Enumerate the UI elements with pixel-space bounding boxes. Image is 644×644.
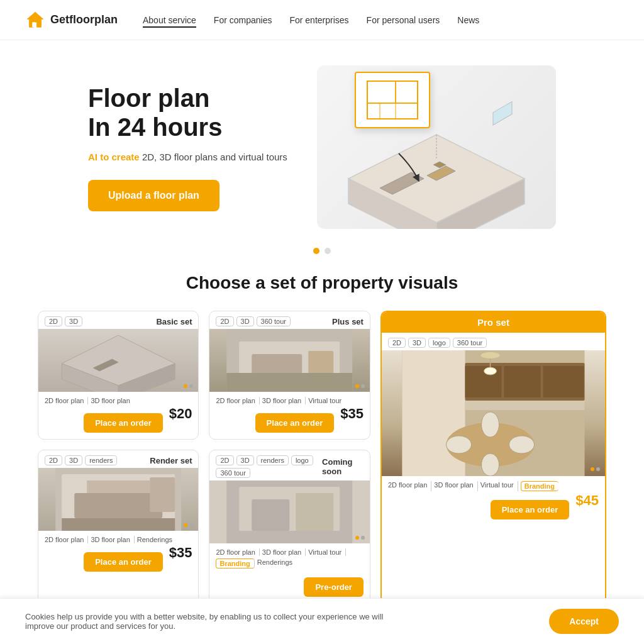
plus-order-button[interactable]: Place an order xyxy=(255,413,335,433)
carousel-dots xyxy=(0,248,644,254)
render-btn-row: Place an order xyxy=(38,552,169,578)
coming-badge-logo: logo xyxy=(291,455,313,465)
svg-rect-43 xyxy=(62,518,175,531)
basic-btn-row: Place an order xyxy=(38,413,169,439)
svg-rect-14 xyxy=(493,102,512,125)
svg-rect-47 xyxy=(252,499,290,531)
nav-enterprises[interactable]: For enterprises xyxy=(289,15,348,25)
pro-badges: 2D 3D logo 360 tour xyxy=(382,333,605,350)
coming-label: Coming soon xyxy=(322,457,364,476)
coming-room-svg xyxy=(209,480,369,543)
render-price: $35 xyxy=(169,545,192,561)
svg-rect-23 xyxy=(227,373,353,392)
render-img-dots xyxy=(184,523,193,527)
svg-rect-30 xyxy=(465,401,584,410)
badge-3d: 3D xyxy=(65,316,82,326)
pro-order-button[interactable]: Place an order xyxy=(491,500,570,519)
cookie-text: Cookies help us provide you with a bette… xyxy=(25,612,402,631)
render-dot-1 xyxy=(184,523,187,527)
pro-btn-row: Place an order xyxy=(382,500,575,526)
coming-card-header: 2D 3D renders logo 360 tour Coming soon xyxy=(209,450,369,480)
svg-rect-41 xyxy=(74,493,162,518)
coming-badge-renders: renders xyxy=(257,455,289,465)
upload-floor-plan-button[interactable]: Upload a floor plan xyxy=(88,180,219,211)
svg-point-36 xyxy=(480,352,499,358)
navbar: Getfloorplan About service For companies… xyxy=(0,0,644,40)
carousel-dot-2[interactable] xyxy=(325,248,331,254)
pro-badge-3d: 3D xyxy=(408,338,426,348)
pro-dot-2 xyxy=(596,467,600,471)
pro-badge-2d: 2D xyxy=(388,338,406,348)
svg-rect-4 xyxy=(367,103,418,119)
coming-badge-3d: 3D xyxy=(236,455,254,465)
plus-room-svg xyxy=(209,329,369,392)
coming-features: 2D floor plan 3D floor plan Virtual tour… xyxy=(216,548,363,569)
coming-badges: 2D 3D renders logo 360 tour xyxy=(216,455,322,478)
basic-order-button[interactable]: Place an order xyxy=(84,413,163,433)
render-dot-2 xyxy=(189,523,193,527)
coming-badge-2d: 2D xyxy=(216,455,233,465)
plus-badges: 2D 3D 360 tour xyxy=(216,316,291,326)
plus-dot-2 xyxy=(361,384,365,388)
basic-room-svg xyxy=(38,329,198,392)
basic-card-header: 2D 3D Basic set xyxy=(38,311,198,329)
nav-about[interactable]: About service xyxy=(143,15,196,28)
logo-icon xyxy=(25,10,45,30)
hero-title: Floor plan In 24 hours xyxy=(88,84,287,142)
plus-dot-1 xyxy=(355,384,359,388)
basic-badges: 2D 3D xyxy=(45,316,82,326)
logo[interactable]: Getfloorplan xyxy=(25,10,118,30)
render-card-image xyxy=(38,468,198,531)
render-badge-3d: 3D xyxy=(65,455,82,465)
svg-rect-44 xyxy=(150,477,175,512)
nav-companies[interactable]: For companies xyxy=(214,15,272,25)
svg-point-34 xyxy=(481,412,499,437)
plus-info: 2D floor plan 3D floor plan Virtual tour… xyxy=(209,392,369,413)
render-features: 2D floor plan 3D floor plan Renderings xyxy=(45,536,192,543)
render-info: 2D floor plan 3D floor plan Renderings $… xyxy=(38,531,198,552)
pro-badge-tour: 360 tour xyxy=(453,338,487,348)
carousel-dot-1[interactable] xyxy=(313,248,319,254)
svg-rect-28 xyxy=(504,366,540,397)
pro-label: Pro set xyxy=(382,312,605,333)
svg-rect-29 xyxy=(543,366,584,397)
coming-badge-tour: 360 tour xyxy=(216,468,250,478)
blueprint-overlay xyxy=(355,72,430,128)
basic-price: $20 xyxy=(169,406,192,422)
preorder-button[interactable]: Pre-order xyxy=(304,577,364,597)
pro-features: 2D floor plan 3D floor plan Virtual tour… xyxy=(388,481,599,491)
coming-branding-tag: Branding xyxy=(216,558,254,569)
nav-personal[interactable]: For personal users xyxy=(367,15,440,25)
render-badge-renders: renders xyxy=(85,455,117,465)
badge-2d: 2D xyxy=(45,316,62,326)
svg-rect-2 xyxy=(367,81,396,103)
plus-features: 2D floor plan 3D floor plan Virtual tour xyxy=(216,397,363,404)
render-room-svg xyxy=(38,468,198,531)
plus-badge-tour: 360 tour xyxy=(257,316,291,326)
svg-point-35 xyxy=(481,453,499,476)
basic-img-dots xyxy=(184,384,193,388)
coming-dot-1 xyxy=(355,536,359,540)
render-order-button[interactable]: Place an order xyxy=(84,552,163,572)
plus-price: $35 xyxy=(340,406,364,422)
accept-cookies-button[interactable]: Accept xyxy=(549,609,619,634)
cookie-bar: Cookies help us provide you with a bette… xyxy=(0,598,644,644)
basic-info: 2D floor plan 3D floor plan $20 xyxy=(38,392,198,413)
plus-set-card: 2D 3D 360 tour Plus set xyxy=(209,311,370,440)
coming-dot-2 xyxy=(361,536,365,540)
render-set-card: 2D 3D renders Render set xyxy=(38,450,199,604)
section-title: Choose a set of property visuals xyxy=(38,273,606,293)
hero-image xyxy=(317,65,556,229)
plus-card-header: 2D 3D 360 tour Plus set xyxy=(209,311,369,329)
basic-features: 2D floor plan 3D floor plan xyxy=(45,397,192,404)
plus-badge-3d: 3D xyxy=(236,316,254,326)
img-dot-1 xyxy=(184,384,187,388)
plus-img-dots xyxy=(355,384,365,388)
nav-links: About service For companies For enterpri… xyxy=(143,15,479,25)
nav-news[interactable]: News xyxy=(457,15,479,25)
cards-grid: 2D 3D Basic set 2D floor xyxy=(38,311,606,604)
plus-badge-2d: 2D xyxy=(216,316,233,326)
svg-point-33 xyxy=(509,436,534,453)
branding-tag: Branding xyxy=(521,481,558,491)
img-dot-2 xyxy=(189,384,193,388)
